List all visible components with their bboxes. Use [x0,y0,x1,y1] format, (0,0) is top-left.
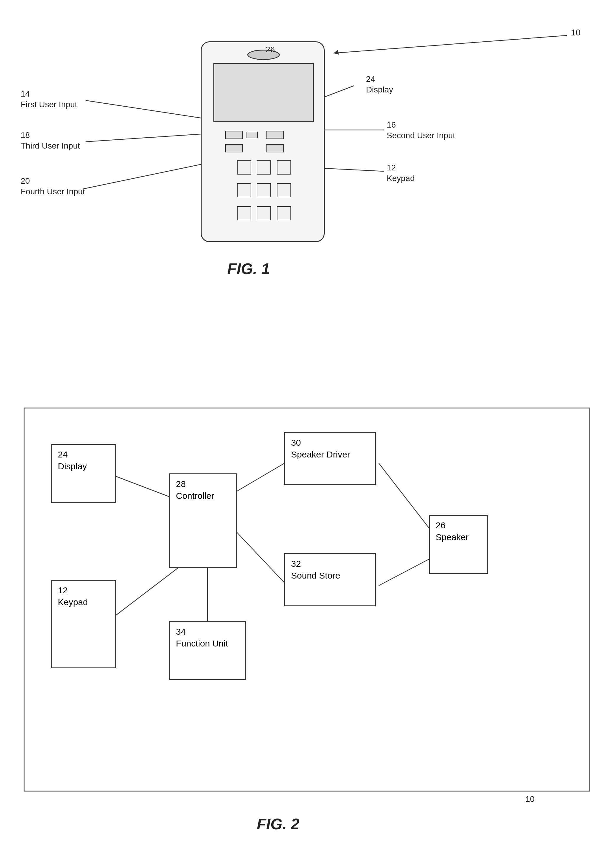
key-2 [257,160,271,175]
block-speaker-driver: 30 Speaker Driver [284,432,376,485]
ref-26: 26 [265,44,275,55]
key-7 [237,206,251,220]
block-sound-store: 32 Sound Store [284,553,376,606]
key-5 [257,183,271,197]
svg-line-9 [116,476,178,500]
key-6 [277,183,291,197]
device-speaker [247,50,280,60]
svg-line-10 [116,568,178,615]
ctrl-btn-4 [225,144,243,152]
block-speaker: 26 Speaker [429,515,488,574]
ctrl-btn-2 [246,132,258,138]
ref-18: 18 Third User Input [21,130,80,151]
block-display: 24 Display [51,444,116,503]
ref-24: 24 Display [366,74,393,96]
ref-14: 14 First User Input [21,88,77,110]
svg-line-11 [237,461,287,491]
ref-20: 20 Fourth User Input [21,176,85,197]
block-controller: 28 Controller [169,473,237,568]
device-screen [213,63,314,122]
ref-16: 16 Second User Input [387,120,455,141]
svg-marker-1 [333,50,339,54]
svg-line-12 [237,532,287,586]
svg-line-3 [323,86,354,97]
key-3 [277,160,291,175]
key-4 [237,183,251,197]
key-1 [237,160,251,175]
page: 10 [0,0,616,842]
ctrl-btn-1 [225,131,243,139]
svg-line-13 [379,463,435,535]
fig2-area: 24 Display 28 Controller 30 Speaker Driv… [23,407,590,792]
block-function-unit: 34 Function Unit [169,621,246,680]
ref-10-label: 10 [571,26,581,38]
key-9 [277,206,291,220]
svg-line-5 [86,133,219,142]
svg-line-14 [379,556,435,586]
fig1-area: 10 [0,18,616,372]
svg-line-0 [333,35,567,53]
block-keypad: 12 Keypad [51,580,116,669]
svg-line-7 [325,168,384,171]
ctrl-btn-3 [266,131,284,139]
ctrl-btn-5 [266,144,284,152]
key-8 [257,206,271,220]
ref-12: 12 Keypad [387,162,415,184]
device-keypad [237,160,293,225]
device-body [201,41,325,242]
fig1-caption: FIG. 1 [227,260,270,278]
fig2-caption: FIG. 2 [257,815,299,833]
fig2-ref-10: 10 [525,795,535,804]
